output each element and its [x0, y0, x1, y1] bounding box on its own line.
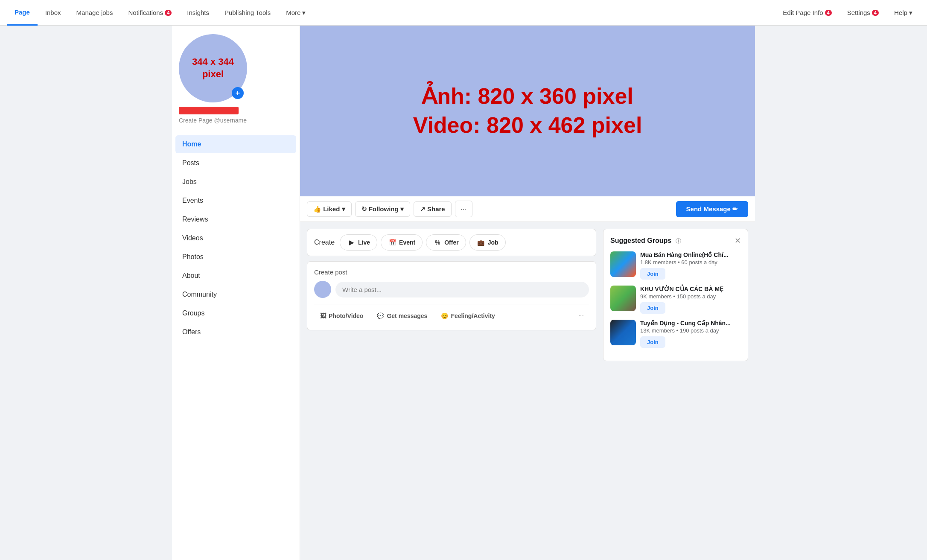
feeling-activity-button[interactable]: 😊 Feeling/Activity: [435, 309, 501, 323]
sidebar-nav: Home Posts Jobs Events Reviews Videos Ph…: [172, 135, 300, 341]
sidebar-item-label-offers: Offers: [182, 328, 201, 335]
get-messages-label: Get messages: [387, 312, 427, 319]
liked-button[interactable]: 👍 Liked ▾: [307, 201, 352, 217]
send-message-button[interactable]: Send Message ✏: [676, 201, 748, 217]
sg-join-label-3: Join: [647, 339, 659, 345]
create-post-title: Create post: [314, 268, 589, 276]
sg-group-meta-1: 1.8K members • 60 posts a day: [640, 259, 741, 265]
live-icon: ▶: [347, 238, 356, 247]
photo-video-button[interactable]: 🖼 Photo/Video: [314, 309, 369, 323]
notifications-badge: 4: [165, 10, 172, 16]
more-actions-button[interactable]: ···: [455, 201, 472, 217]
nav-label-edit-page-info: Edit Page Info: [783, 9, 823, 16]
sg-info-col-3: Tuyển Dụng - Cung Cấp Nhân... 13K member…: [640, 320, 741, 348]
post-more-button[interactable]: ···: [573, 309, 589, 323]
photo-video-label: Photo/Video: [329, 312, 363, 319]
sg-group-name-2: KHU VƯỜN CỦA CÁC BÀ MẸ: [640, 286, 741, 292]
offer-label: Offer: [444, 239, 458, 246]
suggested-groups-close-button[interactable]: ✕: [735, 236, 741, 245]
sidebar-item-events[interactable]: Events: [175, 192, 296, 210]
sidebar-item-label-groups: Groups: [182, 309, 204, 317]
sg-header-left: Suggested Groups ⓘ: [610, 237, 681, 245]
sidebar-item-posts[interactable]: Posts: [175, 154, 296, 172]
sidebar-item-home[interactable]: Home: [175, 135, 296, 153]
sidebar-item-about[interactable]: About: [175, 267, 296, 285]
nav-item-insights[interactable]: Insights: [179, 0, 217, 26]
suggested-groups-info-icon: ⓘ: [676, 238, 681, 244]
photo-video-icon: 🖼: [320, 312, 326, 319]
sidebar-item-videos[interactable]: Videos: [175, 229, 296, 247]
job-label: Job: [488, 239, 498, 246]
suggested-group-item-2: KHU VƯỜN CỦA CÁC BÀ MẸ 9K members • 150 …: [610, 286, 741, 314]
nav-item-settings[interactable]: Settings 4: [840, 0, 886, 26]
main-content: Ảnh: 820 x 360 pixel Video: 820 x 462 pi…: [300, 26, 755, 560]
sg-group-meta-3: 13K members • 190 posts a day: [640, 327, 741, 334]
sg-thumb-2: [610, 286, 636, 311]
nav-item-publishing-tools[interactable]: Publishing Tools: [217, 0, 278, 26]
sg-thumb-3: [610, 320, 636, 345]
event-button[interactable]: 📅 Event: [381, 234, 423, 251]
page-layout: 344 x 344pixel + Create Page @username H…: [172, 26, 755, 560]
share-label: ↗ Share: [420, 205, 445, 213]
sidebar-item-offers[interactable]: Offers: [175, 323, 296, 341]
feeling-activity-label: Feeling/Activity: [451, 312, 495, 319]
sg-join-button-1[interactable]: Join: [640, 268, 665, 280]
nav-item-help[interactable]: Help ▾: [886, 0, 920, 26]
get-messages-button[interactable]: 💬 Get messages: [371, 309, 433, 323]
nav-item-page[interactable]: Page: [7, 0, 38, 26]
sidebar-item-groups[interactable]: Groups: [175, 304, 296, 322]
share-button[interactable]: ↗ Share: [414, 201, 452, 217]
sg-group-meta-2: 9K members • 150 posts a day: [640, 293, 741, 300]
sidebar-item-label-photos: Photos: [182, 253, 204, 260]
sidebar-item-label-community: Community: [182, 291, 217, 298]
suggested-groups-title: Suggested Groups: [610, 237, 671, 244]
nav-item-edit-page-info[interactable]: Edit Page Info 4: [775, 0, 839, 26]
sidebar-item-label-reviews: Reviews: [182, 216, 208, 223]
post-input-row: [314, 281, 589, 298]
sg-join-button-3[interactable]: Join: [640, 336, 665, 348]
nav-item-inbox[interactable]: Inbox: [38, 0, 69, 26]
sg-info-col-1: Mua Bán Hàng Online(Hồ Chí... 1.8K membe…: [640, 251, 741, 280]
page-username: Create Page @username: [179, 117, 247, 124]
sg-join-button-2[interactable]: Join: [640, 302, 665, 314]
nav-items: Page Inbox Manage jobs Notifications 4 I…: [7, 0, 313, 26]
post-actions-row: 🖼 Photo/Video 💬 Get messages 😊 Feeling/A…: [314, 304, 589, 323]
action-bar: 👍 Liked ▾ ↻ Following ▾ ↗ Share ··· Send…: [300, 196, 755, 222]
nav-item-manage-jobs[interactable]: Manage jobs: [69, 0, 121, 26]
sidebar-item-jobs[interactable]: Jobs: [175, 173, 296, 191]
suggested-group-item-3: Tuyển Dụng - Cung Cấp Nhân... 13K member…: [610, 320, 741, 348]
nav-right: Edit Page Info 4 Settings 4 Help ▾: [775, 0, 920, 26]
sg-info-col-2: KHU VƯỜN CỦA CÁC BÀ MẸ 9K members • 150 …: [640, 286, 741, 314]
post-more-label: ···: [578, 312, 584, 319]
get-messages-icon: 💬: [377, 312, 384, 319]
sidebar-item-label-videos: Videos: [182, 234, 203, 242]
job-button[interactable]: 💼 Job: [469, 234, 506, 251]
sidebar-item-label-jobs: Jobs: [182, 178, 197, 185]
sg-header: Suggested Groups ⓘ ✕: [610, 236, 741, 245]
live-button[interactable]: ▶ Live: [340, 234, 377, 251]
post-input[interactable]: [335, 282, 589, 298]
sidebar-item-reviews[interactable]: Reviews: [175, 210, 296, 228]
job-icon: 💼: [477, 238, 485, 247]
following-button[interactable]: ↻ Following ▾: [355, 201, 410, 217]
sg-thumb-1: [610, 251, 636, 277]
event-icon: 📅: [388, 238, 396, 247]
avatar-wrapper: 344 x 344pixel +: [179, 34, 247, 102]
nav-item-more[interactable]: More ▾: [278, 0, 313, 26]
sidebar: 344 x 344pixel + Create Page @username H…: [172, 26, 300, 560]
sidebar-item-community[interactable]: Community: [175, 286, 296, 303]
following-label: ↻ Following ▾: [361, 205, 404, 213]
nav-label-help: Help ▾: [894, 9, 912, 17]
create-label: Create: [314, 239, 335, 246]
avatar-plus-button[interactable]: +: [232, 87, 244, 99]
sidebar-item-label-about: About: [182, 272, 200, 279]
more-label: ···: [461, 204, 467, 213]
nav-label-manage-jobs: Manage jobs: [76, 9, 113, 16]
nav-item-notifications[interactable]: Notifications 4: [120, 0, 179, 26]
create-row: Create ▶ Live 📅 Event % Offer 💼: [307, 229, 596, 256]
feed-column: Create ▶ Live 📅 Event % Offer 💼: [307, 229, 596, 330]
offer-button[interactable]: % Offer: [426, 234, 466, 251]
liked-label: 👍 Liked ▾: [313, 205, 345, 213]
sg-join-label-1: Join: [647, 271, 659, 277]
sidebar-item-photos[interactable]: Photos: [175, 248, 296, 266]
